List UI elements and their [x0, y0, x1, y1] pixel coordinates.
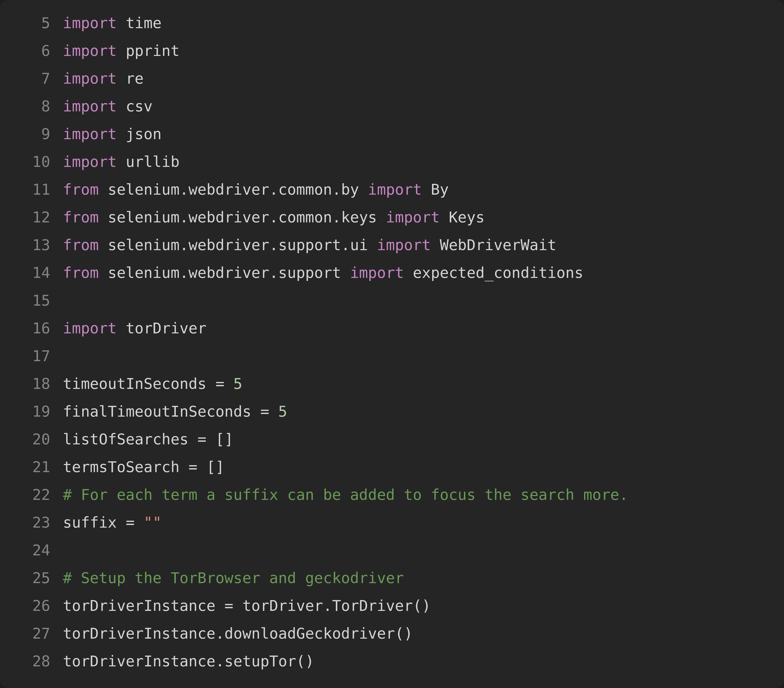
code-line[interactable]: 18timeoutInSeconds = 5: [0, 370, 784, 398]
code-content[interactable]: timeoutInSeconds = 5: [63, 370, 242, 398]
code-line[interactable]: 7import re: [0, 65, 784, 92]
token-punct: (): [296, 652, 314, 670]
code-editor[interactable]: 5import time6import pprint7import re8imp…: [0, 0, 784, 688]
code-line[interactable]: 8import csv: [0, 92, 784, 120]
token-module: webdriver: [188, 181, 269, 198]
code-line[interactable]: 11from selenium.webdriver.common.by impo…: [0, 176, 784, 204]
token-module: torDriver: [242, 597, 323, 614]
line-number: 13: [0, 231, 63, 259]
token-module: webdriver: [188, 236, 269, 254]
token-module: time: [126, 14, 162, 32]
token-punct: .: [180, 236, 188, 254]
code-line[interactable]: 12from selenium.webdriver.common.keys im…: [0, 204, 784, 231]
line-number: 17: [0, 342, 63, 370]
token-ident: torDriverInstance: [63, 597, 216, 614]
code-line[interactable]: 27torDriverInstance.downloadGeckodriver(…: [0, 620, 784, 647]
code-content[interactable]: import time: [63, 9, 161, 37]
code-content[interactable]: termsToSearch = []: [63, 453, 224, 481]
code-content[interactable]: import re: [63, 65, 144, 92]
token-punct: .: [341, 236, 350, 254]
token-keyword: import: [63, 14, 117, 32]
code-content[interactable]: from selenium.webdriver.support.ui impor…: [63, 231, 556, 259]
token-number: 5: [233, 375, 242, 392]
code-content[interactable]: from selenium.webdriver.support import e…: [63, 259, 583, 287]
code-content[interactable]: finalTimeoutInSeconds = 5: [63, 398, 287, 425]
token-op: =: [260, 403, 269, 420]
token-ident: listOfSearches: [63, 430, 188, 448]
token-punct: .: [269, 209, 278, 226]
token-keyword: import: [368, 181, 422, 198]
code-content[interactable]: # Setup the TorBrowser and geckodriver: [63, 564, 404, 592]
token-keyword: import: [377, 236, 431, 254]
code-line[interactable]: 13from selenium.webdriver.support.ui imp…: [0, 231, 784, 259]
line-number: 18: [0, 370, 63, 398]
code-line[interactable]: 14from selenium.webdriver.support import…: [0, 259, 784, 287]
code-line[interactable]: 21termsToSearch = []: [0, 453, 784, 481]
token-punct: (): [413, 597, 431, 614]
code-content[interactable]: import torDriver: [63, 314, 206, 342]
token-keyword: import: [63, 125, 117, 143]
token-module: webdriver: [188, 209, 269, 226]
token-punct: .: [323, 597, 332, 614]
code-line[interactable]: 5import time: [0, 9, 784, 37]
code-line[interactable]: 25# Setup the TorBrowser and geckodriver: [0, 564, 784, 592]
code-content[interactable]: from selenium.webdriver.common.keys impo…: [63, 204, 485, 231]
token-op: =: [216, 375, 224, 392]
line-number: 7: [0, 65, 63, 92]
code-line[interactable]: 15: [0, 287, 784, 314]
token-call: setupTor: [224, 652, 296, 670]
line-number: 9: [0, 120, 63, 148]
token-keyword: import: [350, 264, 404, 281]
line-number: 28: [0, 647, 63, 675]
token-keyword: from: [63, 264, 99, 281]
token-module: json: [126, 125, 162, 143]
line-number: 12: [0, 204, 63, 231]
token-ident: termsToSearch: [63, 458, 180, 476]
token-punct: .: [332, 209, 341, 226]
code-content[interactable]: torDriverInstance.downloadGeckodriver(): [63, 620, 413, 647]
line-number: 21: [0, 453, 63, 481]
code-line[interactable]: 10import urllib: [0, 148, 784, 176]
token-class: WebDriverWait: [440, 236, 556, 254]
code-line[interactable]: 26torDriverInstance = torDriver.TorDrive…: [0, 592, 784, 620]
token-punct: .: [180, 209, 188, 226]
token-punct: .: [216, 625, 224, 642]
code-line[interactable]: 28torDriverInstance.setupTor(): [0, 647, 784, 675]
code-content[interactable]: suffix = "": [63, 509, 161, 536]
line-number: 5: [0, 9, 63, 37]
code-content[interactable]: listOfSearches = []: [63, 425, 233, 453]
code-line[interactable]: 22# For each term a suffix can be added …: [0, 481, 784, 509]
code-content[interactable]: import json: [63, 120, 161, 148]
code-line[interactable]: 16import torDriver: [0, 314, 784, 342]
token-module: common: [278, 181, 332, 198]
code-line[interactable]: 19finalTimeoutInSeconds = 5: [0, 398, 784, 425]
code-line[interactable]: 6import pprint: [0, 37, 784, 65]
code-content[interactable]: torDriverInstance = torDriver.TorDriver(…: [63, 592, 431, 620]
token-punct: .: [269, 236, 278, 254]
code-line[interactable]: 24: [0, 536, 784, 564]
line-number: 26: [0, 592, 63, 620]
code-content[interactable]: # For each term a suffix can be added to…: [63, 481, 628, 509]
token-comment: # Setup the TorBrowser and geckodriver: [63, 569, 404, 586]
token-op: =: [188, 458, 198, 476]
token-ident: timeoutInSeconds: [63, 375, 206, 392]
token-module: selenium: [108, 264, 180, 281]
token-ident: torDriverInstance: [63, 652, 216, 670]
token-punct: .: [180, 181, 188, 198]
token-punct: .: [332, 181, 341, 198]
code-content[interactable]: import urllib: [63, 148, 180, 176]
code-content[interactable]: import csv: [63, 92, 153, 120]
line-number: 24: [0, 536, 63, 564]
code-content[interactable]: torDriverInstance.setupTor(): [63, 647, 314, 675]
code-content[interactable]: from selenium.webdriver.common.by import…: [63, 176, 449, 204]
code-line[interactable]: 9import json: [0, 120, 784, 148]
code-line[interactable]: 17: [0, 342, 784, 370]
code-line[interactable]: 23suffix = "": [0, 509, 784, 536]
token-class: By: [431, 181, 449, 198]
code-line[interactable]: 20listOfSearches = []: [0, 425, 784, 453]
token-module: urllib: [126, 153, 180, 170]
token-keyword: from: [63, 236, 99, 254]
token-op: =: [224, 597, 233, 614]
line-number: 14: [0, 259, 63, 287]
code-content[interactable]: import pprint: [63, 37, 180, 65]
